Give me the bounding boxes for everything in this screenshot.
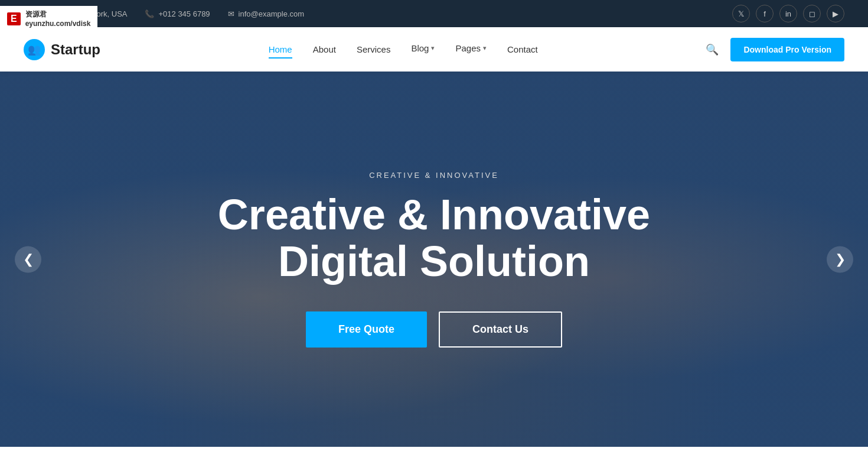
nav-item-about[interactable]: About (313, 44, 336, 55)
nav-link-services[interactable]: Services (357, 44, 391, 57)
watermark-badge: E (7, 12, 21, 25)
hero-title: Creative & Innovative Digital Solution (218, 191, 650, 285)
free-quote-button[interactable]: Free Quote (306, 311, 427, 348)
phone-icon: 📞 (145, 9, 154, 18)
social-links: 𝕏 f in ◻ ▶ (732, 5, 844, 22)
navbar: 👥 Startup Home About Services Blog Pages… (0, 27, 868, 72)
nav-item-contact[interactable]: Contact (507, 44, 538, 55)
nav-item-blog[interactable]: Blog (411, 43, 435, 56)
download-pro-button[interactable]: Download Pro Version (730, 38, 844, 61)
nav-link-pages[interactable]: Pages (455, 43, 487, 56)
hero-section: ❮ CREATIVE & INNOVATIVE Creative & Innov… (0, 72, 868, 447)
carousel-arrow-right[interactable]: ❯ (827, 246, 853, 272)
watermark-text: 资源君 eyunzhu.com/vdisk (25, 9, 91, 28)
nav-item-services[interactable]: Services (357, 44, 391, 55)
hero-buttons: Free Quote Contact Us (218, 311, 650, 348)
logo-text: Startup (51, 41, 100, 58)
nav-item-pages[interactable]: Pages (455, 43, 487, 56)
instagram-icon[interactable]: ◻ (803, 5, 821, 22)
twitter-icon[interactable]: 𝕏 (732, 5, 750, 22)
nav-links: Home About Services Blog Pages Contact (269, 43, 538, 56)
carousel-arrow-left[interactable]: ❮ (15, 246, 41, 272)
watermark: E 资源君 eyunzhu.com/vdisk (0, 6, 97, 31)
contact-us-button[interactable]: Contact Us (439, 311, 562, 348)
nav-link-contact[interactable]: Contact (507, 44, 538, 57)
youtube-icon[interactable]: ▶ (827, 5, 844, 22)
phone-info: 📞 +012 345 6789 (145, 9, 210, 18)
nav-item-home[interactable]: Home (269, 44, 292, 55)
logo-icon: 👥 (24, 39, 45, 60)
hero-content: CREATIVE & INNOVATIVE Creative & Innovat… (206, 171, 662, 348)
search-button[interactable]: 🔍 (706, 43, 719, 56)
email-icon: ✉ (228, 9, 234, 18)
nav-right: 🔍 Download Pro Version (706, 38, 844, 61)
nav-link-home[interactable]: Home (269, 44, 292, 59)
top-bar: 📍 137 Street New York, USA 📞 +012 345 67… (0, 0, 868, 27)
linkedin-icon[interactable]: in (779, 5, 797, 22)
nav-link-about[interactable]: About (313, 44, 336, 57)
nav-link-blog[interactable]: Blog (411, 43, 435, 56)
facebook-icon[interactable]: f (756, 5, 774, 22)
email-info: ✉ info@example.com (228, 9, 304, 18)
hero-subtitle: CREATIVE & INNOVATIVE (218, 171, 650, 180)
logo-link[interactable]: 👥 Startup (24, 39, 100, 60)
